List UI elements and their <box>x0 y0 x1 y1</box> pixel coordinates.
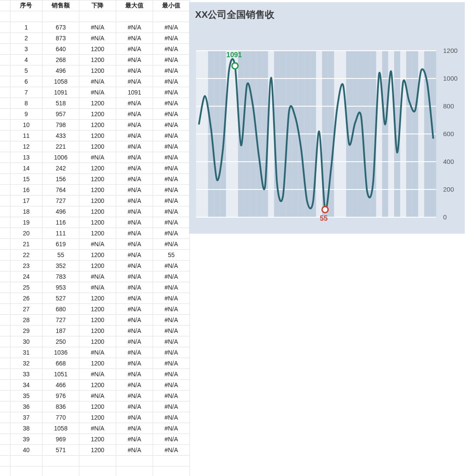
cell-seq[interactable]: 26 <box>10 293 42 304</box>
data-table[interactable]: 序号 销售额 下降 最大值 最小值 1673#N/A#N/A#N/A2873#N… <box>0 0 190 476</box>
cell-min[interactable]: #N/A <box>153 304 190 315</box>
table-row[interactable]: 99571200#N/A#N/A <box>0 109 190 120</box>
cell-max[interactable]: #N/A <box>116 22 153 33</box>
cell-sales[interactable]: 783 <box>42 271 79 282</box>
cell-min[interactable]: #N/A <box>153 391 190 401</box>
cell-seq[interactable]: 35 <box>10 391 42 401</box>
cell-down[interactable]: 1200 <box>79 326 116 336</box>
cell-max[interactable]: #N/A <box>116 434 153 445</box>
cell-sales[interactable]: 640 <box>42 44 79 55</box>
cell-min[interactable]: #N/A <box>153 22 190 33</box>
cell-max[interactable]: #N/A <box>116 33 153 44</box>
cell-sales[interactable]: 727 <box>42 196 79 206</box>
cell-seq[interactable]: 7 <box>10 87 42 98</box>
cell-max[interactable]: #N/A <box>116 76 153 87</box>
cell-min[interactable]: #N/A <box>153 380 190 391</box>
cell-down[interactable]: 1200 <box>79 174 116 185</box>
cell-min[interactable]: #N/A <box>153 130 190 141</box>
table-row[interactable]: 344661200#N/A#N/A <box>0 380 190 391</box>
cell-sales[interactable]: 680 <box>42 304 79 315</box>
cell-seq[interactable]: 8 <box>10 98 42 109</box>
cell-sales[interactable]: 727 <box>42 315 79 326</box>
cell-down[interactable]: 1200 <box>79 358 116 369</box>
table-row[interactable]: 201111200#N/A#N/A <box>0 228 190 239</box>
header-sales[interactable]: 销售额 <box>42 0 79 11</box>
cell-down[interactable]: 1200 <box>79 336 116 347</box>
cell-min[interactable]: #N/A <box>153 87 190 98</box>
table-row[interactable]: 184961200#N/A#N/A <box>0 206 190 217</box>
cell-min[interactable]: #N/A <box>153 228 190 239</box>
cell-down[interactable]: 1200 <box>79 434 116 445</box>
cell-down[interactable]: 1200 <box>79 109 116 120</box>
cell-min[interactable]: #N/A <box>153 33 190 44</box>
cell-sales[interactable]: 352 <box>42 261 79 271</box>
cell-min[interactable]: #N/A <box>153 293 190 304</box>
cell-sales[interactable]: 953 <box>42 282 79 293</box>
cell-down[interactable]: 1200 <box>79 217 116 228</box>
cell-sales[interactable]: 242 <box>42 163 79 174</box>
cell-seq[interactable]: 18 <box>10 206 42 217</box>
cell-max[interactable]: #N/A <box>116 196 153 206</box>
cell-sales[interactable]: 619 <box>42 239 79 250</box>
cell-sales[interactable]: 1036 <box>42 347 79 358</box>
cell-min[interactable]: #N/A <box>153 174 190 185</box>
cell-min[interactable]: #N/A <box>153 261 190 271</box>
cell-min[interactable]: #N/A <box>153 152 190 163</box>
cell-min[interactable]: #N/A <box>153 326 190 336</box>
table-row[interactable]: 276801200#N/A#N/A <box>0 304 190 315</box>
cell-seq[interactable]: 13 <box>10 152 42 163</box>
cell-sales[interactable]: 571 <box>42 445 79 456</box>
cell-down[interactable]: 1200 <box>79 185 116 196</box>
cell-seq[interactable]: 11 <box>10 130 42 141</box>
table-row[interactable]: 177271200#N/A#N/A <box>0 196 190 206</box>
cell-max[interactable]: #N/A <box>116 250 153 261</box>
cell-sales[interactable]: 1058 <box>42 76 79 87</box>
table-row[interactable]: 21619#N/A#N/A#N/A <box>0 239 190 250</box>
cell-down[interactable]: #N/A <box>79 423 116 434</box>
cell-sales[interactable]: 764 <box>42 185 79 196</box>
cell-min[interactable]: #N/A <box>153 282 190 293</box>
cell-min[interactable]: 55 <box>153 250 190 261</box>
table-row[interactable]: 36401200#N/A#N/A <box>0 44 190 55</box>
table-row[interactable]: 381058#N/A#N/A#N/A <box>0 423 190 434</box>
cell-seq[interactable]: 34 <box>10 380 42 391</box>
table-row[interactable]: 326681200#N/A#N/A <box>0 358 190 369</box>
cell-max[interactable]: #N/A <box>116 271 153 282</box>
table-row[interactable]: 61058#N/A#N/A#N/A <box>0 76 190 87</box>
cell-sales[interactable]: 111 <box>42 228 79 239</box>
cell-min[interactable]: #N/A <box>153 163 190 174</box>
cell-max[interactable]: #N/A <box>116 261 153 271</box>
cell-down[interactable]: 1200 <box>79 130 116 141</box>
cell-sales[interactable]: 221 <box>42 141 79 152</box>
cell-sales[interactable]: 268 <box>42 55 79 65</box>
table-row[interactable]: 399691200#N/A#N/A <box>0 434 190 445</box>
cell-seq[interactable]: 23 <box>10 261 42 271</box>
cell-sales[interactable]: 969 <box>42 434 79 445</box>
cell-down[interactable]: #N/A <box>79 33 116 44</box>
sales-chart[interactable]: XX公司全国销售收 020040060080010001200 1091 55 <box>189 2 465 234</box>
cell-seq[interactable]: 14 <box>10 163 42 174</box>
cell-down[interactable]: 1200 <box>79 163 116 174</box>
cell-down[interactable]: #N/A <box>79 347 116 358</box>
cell-down[interactable]: 1200 <box>79 141 116 152</box>
cell-min[interactable]: #N/A <box>153 44 190 55</box>
cell-seq[interactable]: 37 <box>10 412 42 423</box>
cell-sales[interactable]: 1006 <box>42 152 79 163</box>
cell-min[interactable]: #N/A <box>153 239 190 250</box>
cell-down[interactable]: #N/A <box>79 369 116 380</box>
table-row[interactable]: 2873#N/A#N/A#N/A <box>0 33 190 44</box>
cell-max[interactable]: #N/A <box>116 445 153 456</box>
cell-seq[interactable]: 5 <box>10 65 42 76</box>
cell-seq[interactable]: 19 <box>10 217 42 228</box>
cell-sales[interactable]: 250 <box>42 336 79 347</box>
cell-seq[interactable]: 28 <box>10 315 42 326</box>
cell-min[interactable]: #N/A <box>153 120 190 130</box>
cell-sales[interactable]: 496 <box>42 65 79 76</box>
cell-max[interactable]: 1091 <box>116 87 153 98</box>
cell-max[interactable]: #N/A <box>116 217 153 228</box>
cell-max[interactable]: #N/A <box>116 304 153 315</box>
table-row[interactable]: 71091#N/A1091#N/A <box>0 87 190 98</box>
table-row[interactable]: 311036#N/A#N/A#N/A <box>0 347 190 358</box>
cell-seq[interactable]: 29 <box>10 326 42 336</box>
table-row[interactable]: 22551200#N/A55 <box>0 250 190 261</box>
